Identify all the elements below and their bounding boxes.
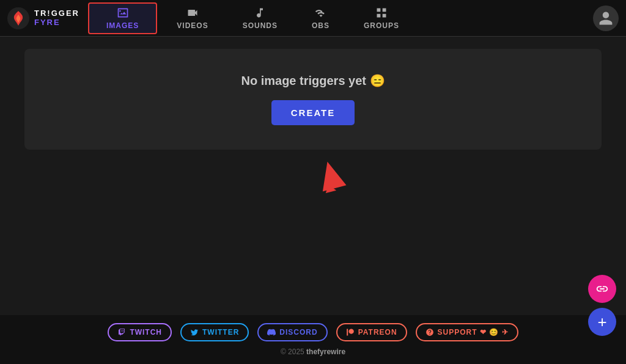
create-button-wrapper: CREATE (271, 100, 355, 125)
support-link[interactable]: SUPPORT ❤ 😊 ✈ (416, 323, 518, 341)
fab-add-button[interactable]: + (588, 308, 616, 336)
image-icon (117, 7, 129, 19)
twitch-icon (117, 328, 126, 337)
nav-images[interactable]: IMAGES (88, 2, 157, 34)
account-icon (598, 10, 614, 26)
nav-images-label: IMAGES (106, 21, 139, 30)
patreon-label: PATREON (358, 328, 397, 337)
nav-obs-label: OBS (312, 21, 330, 30)
logo[interactable]: TR!GGER FYRE (7, 7, 79, 29)
patreon-icon (346, 328, 355, 337)
header-right (593, 5, 619, 31)
twitter-icon (190, 328, 199, 337)
empty-state-text: No image triggers yet 😑 (241, 73, 385, 88)
grid-icon (375, 7, 388, 19)
fab-link-button[interactable] (588, 275, 616, 303)
main-content: No image triggers yet 😑 CREATE (0, 37, 626, 315)
patreon-link[interactable]: PATREON (336, 323, 407, 341)
nav-videos-label: VIDEOS (177, 21, 208, 30)
logo-text: TR!GGER FYRE (34, 9, 79, 27)
nav-obs[interactable]: OBS (295, 0, 347, 37)
create-button[interactable]: CREATE (271, 100, 355, 125)
logo-icon (7, 7, 29, 29)
svg-marker-1 (315, 159, 346, 192)
video-icon (186, 7, 199, 19)
broadcast-icon (315, 7, 327, 19)
twitter-label: TWITTER (202, 328, 239, 337)
discord-icon (267, 328, 276, 337)
twitter-link[interactable]: TWITTER (180, 323, 249, 341)
footer: TWITCH TWITTER DISCORD PATREON SUPPORT ❤… (0, 315, 626, 364)
nav-sounds[interactable]: SOUNDS (226, 0, 295, 37)
twitch-label: TWITCH (130, 328, 162, 337)
footer-copyright: © 2025 thefyrewire (281, 348, 345, 356)
empty-state-box: No image triggers yet 😑 CREATE (24, 49, 602, 150)
account-button[interactable] (593, 5, 619, 31)
link-icon (595, 282, 609, 296)
support-label: SUPPORT ❤ 😊 ✈ (438, 328, 509, 337)
nav-videos[interactable]: VIDEOS (160, 0, 225, 37)
music-icon (254, 7, 266, 19)
discord-link[interactable]: DISCORD (257, 323, 327, 341)
fab-add-icon: + (597, 313, 606, 332)
nav-groups-label: GROUPS (364, 21, 399, 30)
twitch-link[interactable]: TWITCH (108, 323, 172, 341)
discord-label: DISCORD (279, 328, 317, 337)
support-icon (425, 328, 434, 337)
nav-groups[interactable]: GROUPS (347, 0, 416, 37)
nav-sounds-label: SOUNDS (243, 21, 278, 30)
footer-links: TWITCH TWITTER DISCORD PATREON SUPPORT ❤… (108, 323, 518, 341)
main-nav: IMAGES VIDEOS SOUNDS OBS GROUPS (86, 0, 593, 37)
